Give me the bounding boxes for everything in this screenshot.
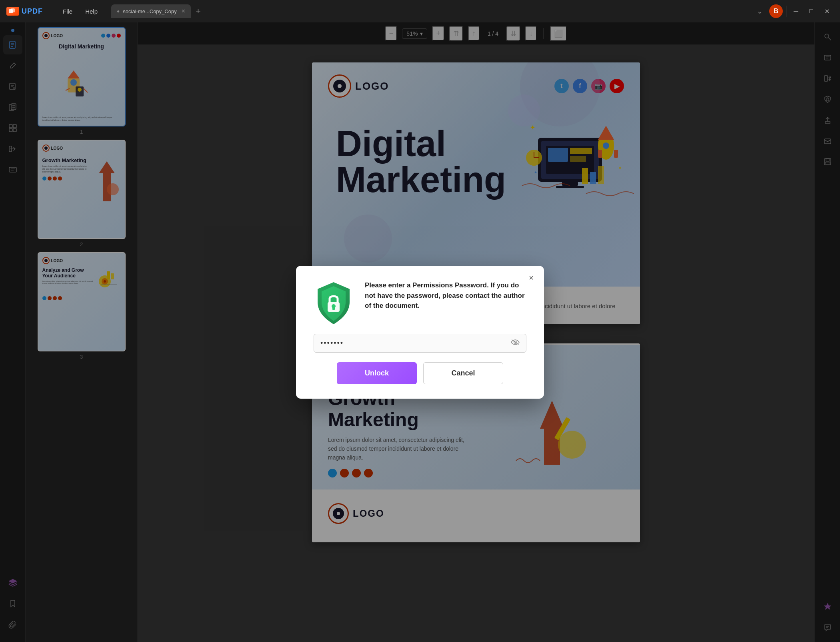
password-input-row[interactable] xyxy=(314,334,526,353)
menu-file[interactable]: File xyxy=(57,6,78,17)
more-tabs-button[interactable]: ⌄ xyxy=(754,5,766,17)
current-tab[interactable]: ● social-me...Copy_Copy × xyxy=(111,4,191,18)
tab-dot: ● xyxy=(117,8,120,14)
shield-icon xyxy=(314,280,354,324)
titlebar-actions: ⌄ B ─ □ ✕ xyxy=(754,4,834,18)
tab-bar: ● social-me...Copy_Copy × + xyxy=(111,4,749,18)
titlebar: UPDF File Help ● social-me...Copy_Copy ×… xyxy=(0,0,840,22)
cancel-button[interactable]: Cancel xyxy=(423,362,503,384)
modal-body: Please enter a Permissions Password. If … xyxy=(314,280,526,324)
add-tab-button[interactable]: + xyxy=(192,4,204,18)
menu-help[interactable]: Help xyxy=(80,6,103,17)
modal-text: Please enter a Permissions Password. If … xyxy=(365,280,526,311)
close-button[interactable]: ✕ xyxy=(820,6,834,17)
toggle-password-icon[interactable] xyxy=(511,339,520,347)
modal-buttons: Unlock Cancel xyxy=(314,362,526,384)
tab-close-button[interactable]: × xyxy=(182,8,185,15)
minimize-button[interactable]: ─ xyxy=(790,6,802,16)
app-name: UPDF xyxy=(22,7,43,16)
maximize-button[interactable]: □ xyxy=(805,6,817,16)
password-input[interactable] xyxy=(320,339,508,347)
modal-overlay: × xyxy=(0,22,840,642)
svg-rect-77 xyxy=(332,307,335,310)
modal-description: Please enter a Permissions Password. If … xyxy=(365,280,526,311)
menu-bar: File Help xyxy=(57,6,103,17)
unlock-button[interactable]: Unlock xyxy=(337,362,417,384)
app-logo: UPDF xyxy=(6,7,43,16)
user-avatar[interactable]: B xyxy=(769,4,783,18)
svg-rect-1 xyxy=(11,8,15,12)
password-modal: × xyxy=(296,266,544,399)
app-logo-icon xyxy=(6,7,19,16)
modal-close-button[interactable]: × xyxy=(525,271,538,284)
tab-title: social-me...Copy_Copy xyxy=(123,8,176,14)
